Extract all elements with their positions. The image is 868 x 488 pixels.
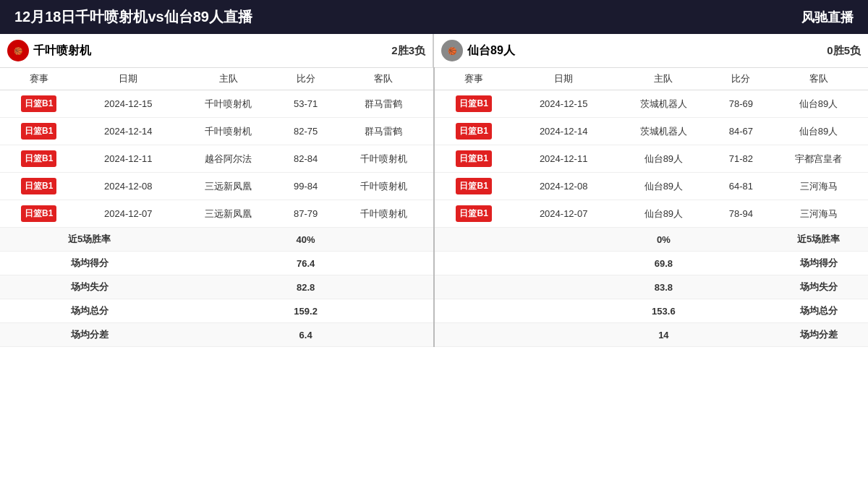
left-game-date: 2024-12-07 — [77, 200, 179, 228]
left-stats-spacer — [179, 323, 278, 347]
right-game-home: 茨城机器人 — [614, 90, 713, 118]
right-game-event: 日篮B1 — [434, 118, 513, 145]
left-stats-spacer — [179, 299, 278, 323]
left-game-score: 82-84 — [278, 145, 333, 173]
left-game-home: 千叶喷射机 — [179, 90, 278, 118]
table-row: 日篮B1 2024-12-15 千叶喷射机 53-71 群马雷鹤 日篮B1 20… — [0, 90, 868, 118]
left-game-home: 越谷阿尔法 — [179, 145, 278, 173]
stats-row: 场均分差 6.4 14 场均分差 — [0, 323, 868, 347]
left-stats-spacer2 — [333, 252, 434, 275]
left-col-date: 日期 — [77, 68, 179, 90]
table-row: 日篮B1 2024-12-07 三远新凤凰 87-79 千叶喷射机 日篮B1 2… — [0, 200, 868, 228]
right-game-event: 日篮B1 — [434, 173, 513, 200]
right-stats-spacer3 — [713, 275, 769, 299]
right-stats-spacer — [434, 275, 513, 299]
left-team-name: 千叶喷射机 — [33, 43, 91, 59]
right-stats-spacer3 — [713, 323, 769, 347]
left-game-score: 82-75 — [278, 118, 333, 145]
left-stats-spacer2 — [333, 323, 434, 347]
right-game-date: 2024-12-14 — [513, 118, 614, 145]
right-stats-value: 69.8 — [614, 252, 713, 275]
left-game-home: 三远新凤凰 — [179, 200, 278, 228]
right-stats-spacer3 — [713, 252, 769, 275]
right-col-score: 比分 — [713, 68, 769, 90]
right-game-score: 78-69 — [713, 90, 769, 118]
table-row: 日篮B1 2024-12-08 三远新凤凰 99-84 千叶喷射机 日篮B1 2… — [0, 173, 868, 200]
right-stats-spacer3 — [713, 299, 769, 323]
left-stats-label: 近5场胜率 — [0, 228, 179, 252]
stats-row: 近5场胜率 40% 0% 近5场胜率 — [0, 228, 868, 252]
right-stats-label: 场均失分 — [769, 275, 868, 299]
left-stats-spacer2 — [333, 275, 434, 299]
right-game-event: 日篮B1 — [434, 200, 513, 228]
stats-row: 场均得分 76.4 69.8 场均得分 — [0, 252, 868, 275]
right-game-home: 仙台89人 — [614, 200, 713, 228]
right-game-score: 78-94 — [713, 200, 769, 228]
right-game-score: 64-81 — [713, 173, 769, 200]
right-game-date: 2024-12-08 — [513, 173, 614, 200]
right-stats-value: 153.6 — [614, 299, 713, 323]
main-table: 赛事 日期 主队 比分 客队 赛事 日期 主队 比分 客队 日篮B1 2024-… — [0, 67, 868, 347]
left-stats-value: 40% — [278, 228, 333, 252]
right-stats-spacer — [434, 323, 513, 347]
right-game-home: 茨城机器人 — [614, 118, 713, 145]
right-stats-value: 83.8 — [614, 275, 713, 299]
right-game-event: 日篮B1 — [434, 90, 513, 118]
right-stats-spacer2 — [513, 299, 614, 323]
right-stats-label: 场均总分 — [769, 299, 868, 323]
left-game-away: 群马雷鹤 — [333, 90, 434, 118]
right-game-away: 三河海马 — [769, 200, 868, 228]
right-stats-spacer — [434, 228, 513, 252]
table-row: 日篮B1 2024-12-11 越谷阿尔法 82-84 千叶喷射机 日篮B1 2… — [0, 145, 868, 173]
left-game-home: 千叶喷射机 — [179, 118, 278, 145]
right-col-date: 日期 — [513, 68, 614, 90]
left-col-home: 主队 — [179, 68, 278, 90]
right-stats-label: 近5场胜率 — [769, 228, 868, 252]
site-name: 风驰直播 — [801, 9, 854, 26]
left-game-home: 三远新凤凰 — [179, 173, 278, 200]
left-game-away: 群马雷鹤 — [333, 118, 434, 145]
right-stats-spacer — [434, 252, 513, 275]
page-title: 12月18日千叶喷射机vs仙台89人直播 — [14, 7, 252, 27]
left-game-event: 日篮B1 — [0, 118, 77, 145]
left-game-event: 日篮B1 — [0, 145, 77, 173]
right-team-name: 仙台89人 — [467, 43, 515, 59]
right-team-icon: 🏀 — [441, 40, 463, 61]
left-game-score: 53-71 — [278, 90, 333, 118]
left-game-event: 日篮B1 — [0, 200, 77, 228]
stats-row: 场均失分 82.8 83.8 场均失分 — [0, 275, 868, 299]
right-stats-spacer — [434, 299, 513, 323]
stats-row: 场均总分 159.2 153.6 场均总分 — [0, 299, 868, 323]
left-game-away: 千叶喷射机 — [333, 173, 434, 200]
left-game-date: 2024-12-14 — [77, 118, 179, 145]
right-game-away: 宇都宫皇者 — [769, 145, 868, 173]
right-stats-label: 场均分差 — [769, 323, 868, 347]
right-game-home: 仙台89人 — [614, 173, 713, 200]
right-team-name-block: 🏀 仙台89人 — [441, 40, 515, 61]
right-col-event: 赛事 — [434, 68, 513, 90]
left-stats-label: 场均总分 — [0, 299, 179, 323]
left-stats-label: 场均失分 — [0, 275, 179, 299]
left-game-event: 日篮B1 — [0, 90, 77, 118]
left-col-score: 比分 — [278, 68, 333, 90]
table-header-row: 赛事 日期 主队 比分 客队 赛事 日期 主队 比分 客队 — [0, 68, 868, 90]
left-stats-value: 82.8 — [278, 275, 333, 299]
right-stats-spacer3 — [713, 228, 769, 252]
right-game-away: 三河海马 — [769, 173, 868, 200]
right-stats-value: 0% — [614, 228, 713, 252]
left-stats-value: 6.4 — [278, 323, 333, 347]
right-stats-spacer2 — [513, 228, 614, 252]
left-game-event: 日篮B1 — [0, 173, 77, 200]
right-game-date: 2024-12-15 — [513, 90, 614, 118]
right-game-home: 仙台89人 — [614, 145, 713, 173]
left-game-score: 99-84 — [278, 173, 333, 200]
page-header: 12月18日千叶喷射机vs仙台89人直播 风驰直播 — [0, 0, 868, 34]
right-stats-spacer2 — [513, 252, 614, 275]
left-col-event: 赛事 — [0, 68, 77, 90]
right-stats-spacer2 — [513, 275, 614, 299]
right-stats-value: 14 — [614, 323, 713, 347]
left-game-score: 87-79 — [278, 200, 333, 228]
left-game-date: 2024-12-08 — [77, 173, 179, 200]
left-stats-spacer — [179, 275, 278, 299]
left-game-date: 2024-12-15 — [77, 90, 179, 118]
